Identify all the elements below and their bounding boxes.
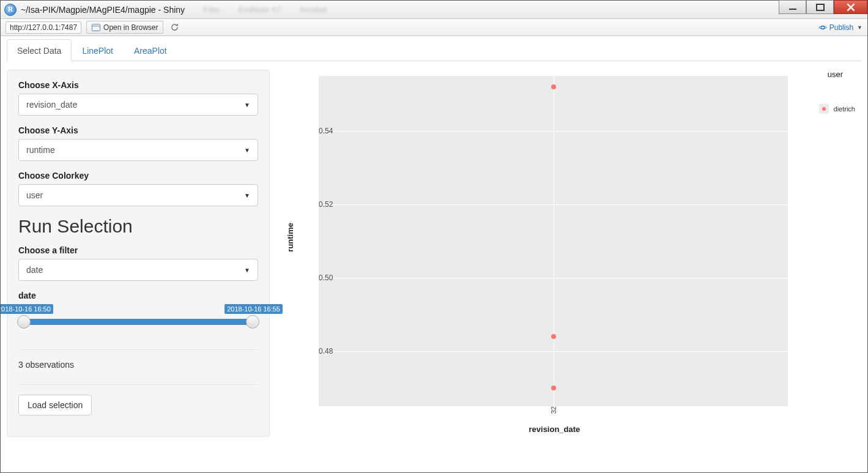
colorkey-select[interactable]: user ▼	[18, 184, 258, 206]
legend-item: dietrich	[819, 104, 855, 114]
publish-icon	[818, 23, 827, 32]
y-axis-label: Choose Y-Axis	[18, 125, 258, 135]
observations-text: 3 observations	[18, 360, 258, 370]
run-selection-heading: Run Selection	[18, 216, 258, 237]
open-in-browser-button[interactable]: Open in Browser	[86, 21, 163, 34]
filter-value: date	[26, 265, 43, 275]
reload-button[interactable]	[168, 21, 180, 34]
x-axis-label: Choose X-Axis	[18, 80, 258, 90]
sidebar-panel: Choose X-Axis revision_date ▼ Choose Y-A…	[7, 70, 270, 437]
data-point	[551, 385, 556, 390]
svg-rect-0	[92, 24, 100, 31]
y-tick: 0.48	[319, 347, 324, 356]
x-axis-value: revision_date	[26, 100, 77, 110]
y-axis-title: runtime	[286, 223, 295, 252]
load-selection-button[interactable]: Load selection	[18, 395, 92, 415]
svg-point-3	[819, 26, 826, 29]
y-tick: 0.50	[319, 274, 324, 282]
url-text: http://127.0.0.1:7487	[10, 23, 77, 32]
x-axis-title: revision_date	[529, 425, 581, 434]
x-tick: 32	[550, 406, 557, 417]
app-window: ~/Isa-PIK/Magpie/MAgPIE4/magpie - Shiny …	[0, 0, 868, 473]
colorkey-group: Choose Colorkey user ▼	[18, 171, 258, 206]
toolbar: http://127.0.0.1:7487 Open in Browser Pu…	[1, 19, 867, 36]
minimize-button[interactable]	[779, 0, 806, 14]
filter-select[interactable]: date ▼	[18, 259, 258, 281]
data-point	[551, 84, 556, 89]
slider-min-label: 2018-10-16 16:50	[1, 304, 53, 314]
publish-label: Publish	[829, 23, 853, 32]
slider-max-label: 2018-10-16 16:55	[224, 304, 283, 314]
x-axis-group: Choose X-Axis revision_date ▼	[18, 80, 258, 116]
chevron-down-icon: ▼	[244, 147, 250, 154]
colorkey-label: Choose Colorkey	[18, 171, 258, 181]
filter-group: Choose a filter date ▼	[18, 245, 258, 281]
slider-label: date	[18, 291, 258, 300]
chevron-down-icon: ▼	[857, 24, 862, 31]
window-title: ~/Isa-PIK/Magpie/MAgPIE4/magpie - Shiny	[21, 5, 185, 15]
slider-track	[18, 319, 258, 325]
tab-lineplot[interactable]: LinePlot	[72, 39, 124, 61]
browser-icon	[92, 24, 100, 31]
y-tick: 0.54	[319, 127, 324, 135]
chevron-down-icon: ▼	[244, 102, 250, 108]
x-axis-select[interactable]: revision_date ▼	[18, 94, 258, 116]
open-browser-label: Open in Browser	[103, 23, 158, 32]
filter-label: Choose a filter	[18, 245, 258, 255]
publish-button[interactable]: Publish ▼	[818, 23, 862, 32]
y-axis-value: runtime	[26, 145, 55, 155]
divider	[18, 384, 258, 385]
titlebar: ~/Isa-PIK/Magpie/MAgPIE4/magpie - Shiny …	[1, 1, 867, 19]
maximize-button[interactable]	[806, 0, 834, 14]
tab-select-data[interactable]: Select Data	[7, 39, 72, 61]
rstudio-icon	[4, 4, 17, 16]
slider-handle-min[interactable]	[17, 315, 31, 329]
window-controls	[779, 1, 867, 18]
slider-group: date 2018-10-16 16:50 2018-10-16 16:55	[18, 291, 258, 335]
scatter-plot: 0.480.500.520.5432runtimerevision_date	[282, 70, 861, 437]
background-app-hints: FilesEndNote X7Acrobat	[203, 5, 327, 14]
content-area: Select Data LinePlot AreaPlot Choose X-A…	[1, 36, 867, 472]
legend-swatch	[819, 104, 829, 114]
close-button[interactable]	[834, 0, 867, 14]
divider	[18, 349, 258, 350]
legend-title: user	[828, 70, 843, 79]
tab-bar: Select Data LinePlot AreaPlot	[7, 39, 861, 61]
y-tick: 0.52	[319, 200, 324, 209]
plot-container: 0.480.500.520.5432runtimerevision_date u…	[282, 70, 861, 437]
colorkey-value: user	[26, 190, 43, 200]
url-display[interactable]: http://127.0.0.1:7487	[6, 21, 81, 34]
reload-icon	[170, 23, 179, 32]
chevron-down-icon: ▼	[244, 267, 250, 274]
slider-handle-max[interactable]	[246, 315, 259, 329]
y-axis-group: Choose Y-Axis runtime ▼	[18, 125, 258, 161]
data-point	[551, 334, 556, 339]
y-axis-select[interactable]: runtime ▼	[18, 139, 258, 161]
date-slider[interactable]: 2018-10-16 16:50 2018-10-16 16:55	[18, 304, 258, 335]
chevron-down-icon: ▼	[244, 192, 250, 199]
legend-item-label: dietrich	[834, 105, 855, 113]
tab-areaplot[interactable]: AreaPlot	[124, 39, 177, 61]
